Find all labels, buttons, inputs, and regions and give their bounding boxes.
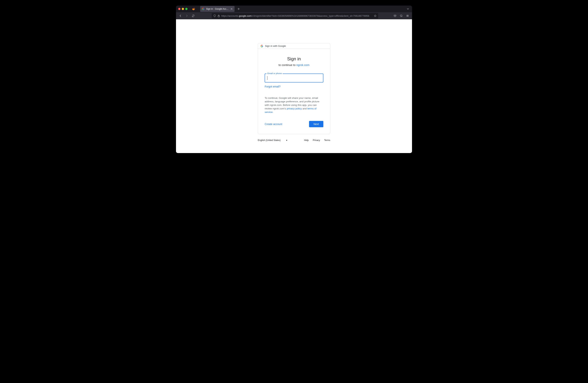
extensions-icon[interactable] bbox=[399, 13, 404, 18]
back-button[interactable] bbox=[178, 13, 183, 18]
firefox-icon bbox=[192, 7, 195, 11]
terms-link[interactable]: Terms bbox=[324, 139, 330, 141]
new-tab-button[interactable] bbox=[236, 6, 241, 12]
next-button[interactable]: Next bbox=[309, 121, 323, 127]
url-bar[interactable]: https://accounts.google.com/v3/signin/id… bbox=[212, 13, 378, 19]
url-text: https://accounts.google.com/v3/signin/id… bbox=[221, 15, 373, 17]
signin-subtitle: to continue to ngrok.com bbox=[265, 63, 323, 66]
actions-row: Create account Next bbox=[265, 121, 323, 127]
privacy-policy-link[interactable]: privacy policy bbox=[287, 107, 302, 110]
footer-links: Help Privacy Terms bbox=[304, 139, 330, 141]
app-menu-button[interactable] bbox=[405, 13, 410, 18]
language-selector[interactable]: English (United States) ▼ bbox=[258, 138, 288, 142]
destination-link[interactable]: ngrok.com bbox=[296, 63, 309, 66]
tabs-dropdown-button[interactable] bbox=[405, 6, 411, 12]
signin-title: Sign in bbox=[265, 56, 323, 61]
toolbar: https://accounts.google.com/v3/signin/id… bbox=[176, 12, 412, 19]
maximize-window-button[interactable] bbox=[185, 8, 188, 10]
lock-icon[interactable] bbox=[217, 14, 220, 17]
card-header: Sign in with Google bbox=[258, 43, 330, 49]
browser-tab[interactable]: Sign in - Google Accounts bbox=[200, 6, 234, 12]
card-body: Sign in to continue to ngrok.com Email o… bbox=[258, 49, 330, 134]
create-account-link[interactable]: Create account bbox=[265, 122, 282, 125]
google-favicon-icon bbox=[202, 7, 205, 10]
footer-row: English (United States) ▼ Help Privacy T… bbox=[258, 138, 330, 142]
reload-button[interactable] bbox=[190, 13, 196, 18]
email-input[interactable] bbox=[265, 74, 323, 82]
svg-rect-1 bbox=[218, 16, 219, 17]
pocket-icon[interactable] bbox=[392, 13, 398, 18]
tab-title: Sign in - Google Accounts bbox=[206, 8, 229, 10]
subtitle-prefix: to continue to bbox=[279, 63, 296, 66]
forward-button[interactable] bbox=[184, 13, 189, 18]
minimize-window-button[interactable] bbox=[182, 8, 184, 10]
google-g-icon bbox=[261, 45, 263, 47]
chevron-down-icon: ▼ bbox=[286, 139, 288, 141]
email-input-label: Email or phone bbox=[267, 72, 283, 75]
browser-window: Sign in - Google Accounts bbox=[176, 6, 412, 153]
shield-icon[interactable] bbox=[213, 14, 216, 17]
close-window-button[interactable] bbox=[178, 8, 180, 10]
page-content: Sign in with Google Sign in to continue … bbox=[176, 19, 412, 153]
signin-card: Sign in with Google Sign in to continue … bbox=[258, 43, 330, 134]
bookmark-star-icon[interactable] bbox=[374, 14, 377, 17]
help-link[interactable]: Help bbox=[304, 139, 309, 141]
language-label: English (United States) bbox=[258, 139, 281, 141]
close-tab-icon[interactable] bbox=[230, 7, 233, 10]
card-header-text: Sign in with Google bbox=[265, 45, 286, 47]
email-input-wrap: Email or phone bbox=[265, 74, 323, 82]
window-controls bbox=[178, 8, 188, 10]
disclosure-text: To continue, Google will share your name… bbox=[265, 96, 323, 114]
privacy-link[interactable]: Privacy bbox=[313, 139, 320, 141]
forgot-email-link[interactable]: Forgot email? bbox=[265, 85, 281, 88]
tab-strip: Sign in - Google Accounts bbox=[176, 6, 412, 12]
